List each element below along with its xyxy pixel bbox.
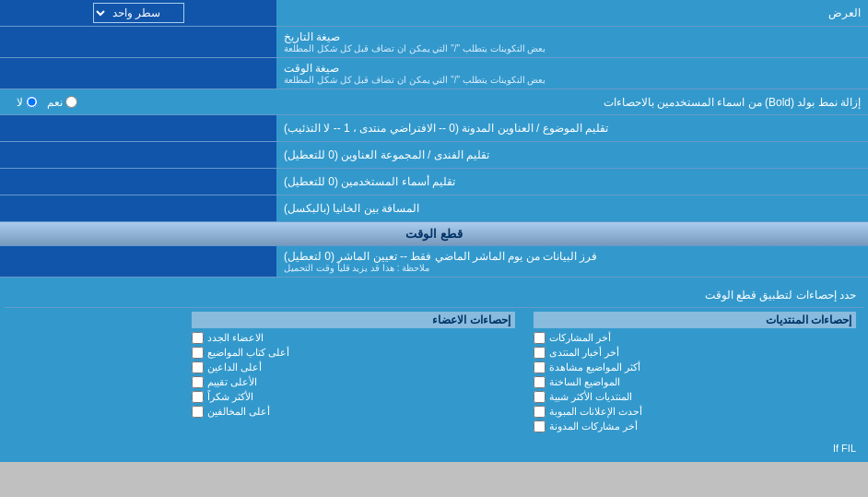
stats-header-row: حدد إحصاءات لتطبيق قطع الوقت xyxy=(5,282,863,308)
date-format-input-container: d-m xyxy=(0,27,276,57)
stats-col1-title: إحصاءات المنتديات xyxy=(534,312,856,328)
stats-cb-7[interactable] xyxy=(534,420,545,432)
spacing-label: المسافة بين الخانيا (بالبكسل) xyxy=(276,195,868,221)
username-order-label: تقليم أسماء المستخدمين (0 للتعطيل) xyxy=(276,169,868,195)
if-fil-text: If FIL xyxy=(5,439,863,457)
stats-container: حدد إحصاءات لتطبيق قطع الوقت إحصاءات الم… xyxy=(0,278,868,462)
stats-cb-m6[interactable] xyxy=(192,406,204,418)
stats-item-m4: الأعلى تقييم xyxy=(192,376,514,388)
top-row: العرض سطر واحد xyxy=(0,0,868,27)
stats-item-2: أخر أخبار المنتدى xyxy=(534,347,856,359)
stats-item-m5: الأكثر شكراً xyxy=(192,391,514,403)
topic-order-input[interactable]: 33 xyxy=(5,122,272,135)
bold-remove-row: إزالة نمط بولد (Bold) من اسماء المستخدمي… xyxy=(0,89,868,115)
stats-cb-m1[interactable] xyxy=(192,332,204,344)
date-format-label: صيغة التاريخ بعض التكوينات يتطلب "/" الت… xyxy=(276,27,868,57)
time-format-input-container: H:i xyxy=(0,58,276,89)
stats-item-6: أحدث الإعلانات المبوبة xyxy=(534,406,856,418)
bold-remove-no[interactable]: لا xyxy=(17,96,38,109)
bold-remove-label: إزالة نمط بولد (Bold) من اسماء المستخدمي… xyxy=(77,96,861,109)
spacing-input-container: 2 xyxy=(0,195,276,221)
time-format-label: صيغة الوقت بعض التكوينات يتطلب "/" التي … xyxy=(276,58,868,89)
cutoff-section-header: قطع الوقت xyxy=(0,222,868,246)
stats-col2-title: إحصاءات الاعضاء xyxy=(192,312,514,328)
username-order-row: تقليم أسماء المستخدمين (0 للتعطيل) 0 xyxy=(0,169,868,195)
stats-cb-m3[interactable] xyxy=(192,361,204,373)
username-order-input[interactable]: 0 xyxy=(5,175,272,188)
stats-item-m6: أعلى المخالفين xyxy=(192,406,514,418)
stats-item-m3: أعلى الداعين xyxy=(192,361,514,373)
stats-cb-4[interactable] xyxy=(534,376,545,388)
topic-order-label: تقليم الموضوع / العناوين المدونة (0 -- ا… xyxy=(276,115,868,141)
spacing-row: المسافة بين الخانيا (بالبكسل) 2 xyxy=(0,195,868,222)
stats-grid: إحصاءات المنتديات أخر المشاركات أخر أخبا… xyxy=(5,308,863,439)
time-format-input[interactable]: H:i xyxy=(5,67,272,80)
cutoff-label: فرز البيانات من يوم الماشر الماضي فقط --… xyxy=(276,246,868,277)
stats-item-1: أخر المشاركات xyxy=(534,332,856,344)
forum-order-input-container: 33 xyxy=(0,142,276,168)
stats-cb-m4[interactable] xyxy=(192,376,204,388)
stats-cb-2[interactable] xyxy=(534,347,545,359)
stats-item-4: المواضيع الساخنة xyxy=(534,376,856,388)
username-order-input-container: 0 xyxy=(0,169,276,195)
time-format-row: صيغة الوقت بعض التكوينات يتطلب "/" التي … xyxy=(0,58,868,89)
stats-header-label: حدد إحصاءات لتطبيق قطع الوقت xyxy=(12,289,856,302)
stats-cb-6[interactable] xyxy=(534,406,545,418)
stats-cb-m5[interactable] xyxy=(192,391,204,403)
forum-order-label: تقليم الفندى / المجموعة العناوين (0 للتع… xyxy=(276,142,868,168)
date-format-row: صيغة التاريخ بعض التكوينات يتطلب "/" الت… xyxy=(0,27,868,58)
top-row-input: سطر واحد xyxy=(0,0,276,26)
topic-order-row: تقليم الموضوع / العناوين المدونة (0 -- ا… xyxy=(0,115,868,142)
forum-order-row: تقليم الفندى / المجموعة العناوين (0 للتع… xyxy=(0,142,868,169)
stats-col-empty xyxy=(12,312,173,435)
stats-cb-5[interactable] xyxy=(534,391,545,403)
stats-item-7: أخر مشاركات المدونة xyxy=(534,420,856,432)
stats-cb-1[interactable] xyxy=(534,332,545,344)
cutoff-row: فرز البيانات من يوم الماشر الماضي فقط --… xyxy=(0,246,868,278)
stats-cb-m2[interactable] xyxy=(192,347,204,359)
stats-col-forums: إحصاءات المنتديات أخر المشاركات أخر أخبا… xyxy=(534,312,856,435)
display-select[interactable]: سطر واحد xyxy=(93,3,184,23)
forum-order-input[interactable]: 33 xyxy=(5,148,272,161)
date-format-input[interactable]: d-m xyxy=(5,36,272,49)
topic-order-input-container: 33 xyxy=(0,115,276,141)
spacing-input[interactable]: 2 xyxy=(5,202,272,215)
bold-remove-yes[interactable]: نعم xyxy=(47,96,77,109)
stats-col-members: إحصاءات الاعضاء الاعضاء الجدد أعلى كتاب … xyxy=(192,312,514,435)
main-container: العرض سطر واحد صيغة التاريخ بعض التكوينا… xyxy=(0,0,868,462)
cutoff-input[interactable]: 0 xyxy=(5,255,272,268)
cutoff-input-container: 0 xyxy=(0,246,276,277)
stats-item-3: أكثر المواضيع مشاهدة xyxy=(534,361,856,373)
bold-remove-options: نعم لا xyxy=(17,96,77,109)
top-row-label: العرض xyxy=(276,3,868,23)
stats-cb-3[interactable] xyxy=(534,361,545,373)
stats-item-m1: الاعضاء الجدد xyxy=(192,332,514,344)
stats-item-m2: أعلى كتاب المواضيع xyxy=(192,347,514,359)
stats-item-5: المنتديات الأكثر شبية xyxy=(534,391,856,403)
